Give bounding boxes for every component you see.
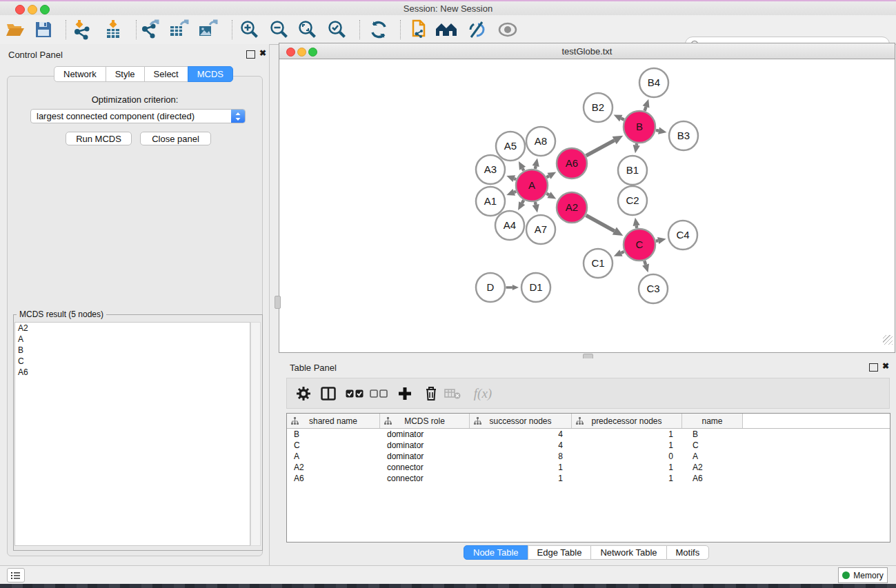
graph-edge-A-A4[interactable]	[522, 200, 524, 203]
deselect-all-icon[interactable]	[368, 383, 390, 405]
network-vscrollbar-thumb[interactable]	[275, 296, 281, 309]
graph-edge-A-A6[interactable]	[546, 176, 549, 177]
cell-predecessor-nodes[interactable]: 0	[572, 452, 682, 461]
export-image-icon[interactable]	[196, 18, 219, 41]
graph-edge-B-B2[interactable]	[621, 119, 624, 120]
delete-table-icon[interactable]	[441, 383, 464, 405]
graph-edge-B-B3[interactable]	[656, 130, 659, 131]
cell-successor-nodes[interactable]: 4	[470, 440, 572, 450]
show-hide-eye-icon[interactable]	[496, 18, 519, 41]
graph-edge-A-A2[interactable]	[546, 194, 549, 195]
cell-MCDS-role[interactable]: dominator	[380, 452, 470, 461]
cell-predecessor-nodes[interactable]: 1	[572, 474, 682, 483]
table-row-A6[interactable]: A6connector11A6	[287, 473, 890, 484]
cell-successor-nodes[interactable]: 1	[470, 463, 572, 472]
cell-shared-name[interactable]: A6	[287, 474, 380, 483]
graph-edge-C-C1[interactable]	[621, 252, 624, 253]
zoom-selected-icon[interactable]	[326, 18, 349, 41]
run-mcds-button[interactable]: Run MCDS	[66, 132, 132, 145]
cell-name[interactable]: B	[682, 429, 743, 439]
export-network-icon[interactable]	[138, 18, 161, 41]
cell-name[interactable]: A	[682, 452, 743, 461]
memory-button[interactable]: Memory	[838, 567, 888, 583]
column-header-shared-name[interactable]: shared name	[287, 414, 380, 428]
column-header-MCDS-role[interactable]: MCDS role	[380, 414, 470, 428]
table-tab-node-table[interactable]: Node Table	[464, 545, 528, 560]
table-row-B[interactable]: Bdominator41B	[287, 429, 890, 440]
cell-name[interactable]: C	[682, 440, 743, 450]
cell-name[interactable]: A6	[682, 474, 743, 483]
open-session-icon[interactable]	[3, 18, 27, 41]
cell-shared-name[interactable]: A	[287, 452, 380, 461]
node-table[interactable]: shared nameMCDS rolesuccessor nodesprede…	[286, 413, 890, 543]
graph-edge-A6-B[interactable]	[586, 141, 615, 156]
graph-edge-A-A5[interactable]	[523, 168, 524, 170]
refresh-icon[interactable]	[367, 18, 390, 41]
zoom-in-icon[interactable]	[238, 18, 261, 41]
table-tab-motifs[interactable]: Motifs	[666, 545, 710, 560]
control-tab-mcds[interactable]: MCDS	[188, 66, 233, 82]
table-row-A2[interactable]: A2connector11A2	[287, 462, 890, 473]
table-tab-edge-table[interactable]: Edge Table	[528, 545, 592, 560]
column-header-predecessor-nodes[interactable]: predecessor nodes	[572, 414, 682, 428]
criterion-select[interactable]: largest connected component (directed)	[30, 109, 246, 123]
save-session-icon[interactable]	[32, 18, 55, 41]
new-network-from-selection-icon[interactable]	[406, 18, 429, 41]
cell-MCDS-role[interactable]: connector	[380, 474, 470, 483]
zoom-out-icon[interactable]	[268, 18, 291, 41]
graph-edge-A-A7[interactable]	[535, 202, 536, 205]
column-icon[interactable]	[317, 383, 339, 405]
graph-edge-A-A8[interactable]	[535, 166, 536, 169]
cell-name[interactable]: A2	[682, 463, 743, 472]
cell-predecessor-nodes[interactable]: 1	[572, 463, 682, 472]
export-table-icon[interactable]	[167, 18, 190, 41]
graph-edge-A-A3[interactable]	[514, 179, 516, 179]
cell-predecessor-nodes[interactable]: 1	[572, 440, 682, 450]
gear-icon[interactable]	[292, 383, 315, 405]
mcds-result-list[interactable]: A2ABCA6	[14, 322, 250, 546]
cell-successor-nodes[interactable]: 1	[470, 474, 572, 483]
graph-edge-B-B4[interactable]	[645, 107, 646, 111]
delete-icon[interactable]	[420, 383, 442, 405]
graph-edge-C-C3[interactable]	[644, 261, 646, 265]
add-column-icon[interactable]	[394, 383, 416, 405]
cell-predecessor-nodes[interactable]: 1	[572, 429, 682, 439]
graph-edge-A2-C[interactable]	[586, 215, 615, 231]
control-tab-select[interactable]: Select	[144, 66, 188, 82]
cell-shared-name[interactable]: A2	[287, 463, 380, 472]
graph-edge-A-A1[interactable]	[514, 192, 516, 192]
cell-MCDS-role[interactable]: connector	[380, 463, 470, 472]
graph-edge-C-C4[interactable]	[656, 241, 658, 241]
control-tab-network[interactable]: Network	[54, 66, 106, 82]
mcds-result-item[interactable]: C	[15, 356, 250, 367]
network-window-titlebar[interactable]: testGlobe.txt	[279, 43, 895, 59]
column-header-successor-nodes[interactable]: successor nodes	[470, 414, 572, 428]
mcds-result-scrollbar[interactable]	[250, 322, 261, 546]
cell-shared-name[interactable]: C	[287, 440, 380, 450]
float-table-panel-icon[interactable]	[869, 363, 878, 372]
network-canvas[interactable]: AA1A2A3A4A5A6A7A8BB1B2B3B4CC1C2C3C4DD1	[279, 59, 895, 353]
graphics-details-icon[interactable]	[465, 18, 488, 41]
float-panel-icon[interactable]	[246, 50, 255, 59]
cell-successor-nodes[interactable]: 4	[470, 429, 572, 439]
home-icon[interactable]	[435, 18, 458, 41]
table-row-A[interactable]: Adominator80A	[287, 451, 890, 462]
function-builder-icon[interactable]: f(x)	[468, 383, 498, 405]
mcds-result-item[interactable]: A6	[15, 367, 250, 378]
zoom-fit-icon[interactable]	[296, 18, 319, 41]
import-network-icon[interactable]	[70, 18, 93, 41]
cell-successor-nodes[interactable]: 8	[470, 452, 572, 461]
graph-edge-C-C2[interactable]	[637, 225, 637, 228]
mcds-result-item[interactable]: B	[15, 345, 250, 356]
close-panel-button[interactable]: Close panel	[140, 132, 211, 145]
cell-MCDS-role[interactable]: dominator	[380, 429, 470, 439]
column-header-name[interactable]: name	[682, 414, 743, 428]
select-all-icon[interactable]	[344, 383, 366, 405]
cell-shared-name[interactable]: B	[287, 429, 380, 439]
close-panel-icon[interactable]: ✖	[259, 48, 266, 58]
resize-grip-icon[interactable]	[883, 335, 893, 345]
control-tab-style[interactable]: Style	[106, 66, 145, 82]
mcds-result-item[interactable]: A2	[15, 323, 250, 334]
task-history-button[interactable]	[7, 568, 25, 582]
table-tab-network-table[interactable]: Network Table	[590, 545, 666, 560]
